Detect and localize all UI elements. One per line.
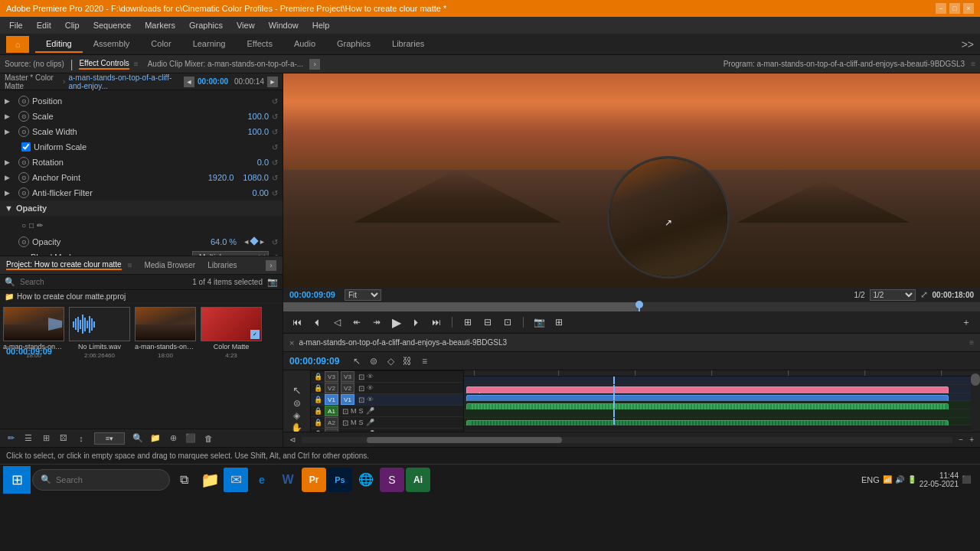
eye-v2[interactable]: 👁 bbox=[367, 384, 374, 392]
maximize-button[interactable]: □ bbox=[949, 3, 960, 14]
workspace-tab-assembly[interactable]: Assembly bbox=[83, 36, 141, 53]
minimize-button[interactable]: − bbox=[936, 3, 946, 14]
track-v1[interactable]: a-man-stands-on-top-of-s-... -enjoys-a-b… bbox=[464, 393, 980, 402]
zoom-icon[interactable]: ⤢ bbox=[920, 289, 928, 300]
workspace-tab-editing[interactable]: Editing bbox=[35, 36, 83, 53]
tl-footer-go-start[interactable]: ⊲ bbox=[289, 435, 296, 444]
position-reset[interactable]: ↺ bbox=[272, 97, 278, 106]
taskbar-word[interactable]: W bbox=[276, 468, 300, 492]
ctrl-camera[interactable]: 📷 bbox=[531, 315, 547, 330]
start-button[interactable]: ⊞ bbox=[3, 466, 31, 494]
systray-battery[interactable]: 🔋 bbox=[907, 475, 916, 484]
breadcrumb-file[interactable]: a-man-stands-on-top-of-a-cliff-and-enjoy… bbox=[68, 73, 181, 90]
tl-footer-zoom-out[interactable]: − bbox=[959, 435, 963, 444]
taskbar-search[interactable]: 🔍 bbox=[32, 469, 170, 491]
rotation-reset[interactable]: ↺ bbox=[272, 158, 278, 167]
page-dropdown[interactable]: 1/2 bbox=[870, 289, 916, 301]
project-search-icon[interactable]: 🔍 bbox=[5, 277, 15, 287]
opacity-add-keyframe[interactable] bbox=[250, 236, 258, 245]
proj-tool-folder[interactable]: 📁 bbox=[148, 431, 163, 446]
menu-file[interactable]: File bbox=[3, 19, 29, 31]
sync-a2[interactable]: ⊡ bbox=[342, 419, 348, 427]
taskbar-task-view[interactable]: ⧉ bbox=[172, 468, 196, 492]
rotation-toggle[interactable]: ▶ bbox=[5, 158, 15, 166]
fit-dropdown[interactable]: Fit 25% 50% 75% 100% bbox=[345, 289, 381, 301]
s-a1[interactable]: S bbox=[359, 407, 364, 415]
proj-tool-list[interactable]: ☰ bbox=[21, 431, 36, 446]
systray-volume[interactable]: 🔊 bbox=[895, 475, 904, 484]
menu-window[interactable]: Window bbox=[263, 19, 305, 31]
timeline-scrollbar-h[interactable] bbox=[302, 437, 952, 443]
timeline-close[interactable]: × bbox=[289, 338, 294, 347]
menu-markers[interactable]: Markers bbox=[139, 19, 181, 31]
opacity-section[interactable]: ▼ Opacity bbox=[0, 201, 283, 216]
menu-help[interactable]: Help bbox=[306, 19, 336, 31]
ctrl-go-in[interactable]: ↞ bbox=[349, 315, 364, 330]
ctrl-step-forward[interactable]: ⏵ bbox=[409, 315, 424, 330]
tl-snap-tool[interactable]: ⊜ bbox=[290, 398, 304, 409]
uniform-scale-reset[interactable]: ↺ bbox=[272, 143, 278, 152]
track-v2[interactable]: Color Matte bbox=[464, 385, 980, 393]
program-monitor-menu[interactable]: ≡ bbox=[971, 60, 975, 68]
track-v3[interactable] bbox=[464, 377, 980, 385]
media-browser-tab[interactable]: Media Browser bbox=[144, 261, 195, 269]
opacity-reset[interactable]: ↺ bbox=[272, 238, 278, 246]
anchor-point-y[interactable]: 1080.0 bbox=[243, 173, 269, 182]
opacity-value[interactable]: 64.0 % bbox=[211, 237, 237, 246]
timeline-ruler[interactable]: 00:00 00:00:04:23 00:00:09:23 00:00:14:2… bbox=[464, 370, 980, 377]
sync-a1[interactable]: ⊡ bbox=[342, 407, 348, 416]
opacity-prev-keyframe[interactable]: ◄ bbox=[243, 238, 250, 246]
scale-value[interactable]: 100.0 bbox=[247, 112, 269, 121]
effect-controls-tab[interactable]: Effect Controls bbox=[79, 59, 129, 70]
ctrl-fast-forward[interactable]: ⏭ bbox=[429, 315, 444, 330]
ctrl-mark-in[interactable]: ◁ bbox=[329, 315, 345, 330]
anchor-point-x[interactable]: 1920.0 bbox=[208, 173, 234, 182]
proj-tool-search[interactable]: 🔍 bbox=[130, 431, 145, 446]
ctrl-insert[interactable]: ⊞ bbox=[460, 315, 475, 330]
m-a2[interactable]: M bbox=[351, 419, 357, 426]
scale-width-toggle[interactable]: ▶ bbox=[5, 128, 15, 135]
workspace-tab-learning[interactable]: Learning bbox=[182, 36, 237, 53]
opacity-shape-pen[interactable]: ✏ bbox=[37, 221, 43, 230]
position-toggle[interactable]: ▶ bbox=[5, 97, 15, 105]
workspace-tab-audio[interactable]: Audio bbox=[283, 36, 326, 53]
mic-a2[interactable]: 🎤 bbox=[366, 419, 374, 426]
scale-width-value[interactable]: 100.0 bbox=[247, 127, 269, 136]
monitor-scrubber[interactable] bbox=[283, 302, 980, 311]
media-item-1[interactable]: No Limits.wav 2:06:26460 bbox=[69, 307, 130, 425]
track-a2[interactable] bbox=[464, 409, 980, 418]
menu-edit[interactable]: Edit bbox=[31, 19, 57, 31]
uniform-scale-checkbox[interactable] bbox=[21, 142, 31, 152]
sync-v3[interactable]: ⊡ bbox=[358, 373, 364, 381]
anti-flicker-toggle[interactable]: ▶ bbox=[5, 189, 15, 197]
proj-tool-delete[interactable]: 🗑 bbox=[201, 431, 216, 446]
timeline-scrollbar-v[interactable] bbox=[971, 370, 980, 432]
menu-sequence[interactable]: Sequence bbox=[87, 19, 138, 31]
project-panel-expand[interactable]: › bbox=[266, 260, 276, 271]
ctrl-play[interactable]: ▶ bbox=[389, 315, 404, 330]
taskbar-file-explorer[interactable]: 📁 bbox=[198, 468, 222, 492]
scale-width-reset[interactable]: ↺ bbox=[272, 128, 278, 136]
anchor-point-toggle[interactable]: ▶ bbox=[5, 174, 15, 181]
ctrl-rewind-start[interactable]: ⏮ bbox=[289, 315, 305, 330]
source-v1[interactable]: V1 bbox=[325, 394, 338, 405]
source-a1[interactable]: A1 bbox=[325, 406, 338, 416]
anti-flicker-value[interactable]: 0.00 bbox=[253, 188, 269, 197]
sync-v2[interactable]: ⊡ bbox=[358, 384, 364, 393]
lock-v2[interactable]: 🔒 bbox=[314, 384, 322, 392]
tl-tool-markers[interactable]: ◇ bbox=[384, 354, 397, 368]
taskbar-chrome[interactable]: 🌐 bbox=[354, 468, 378, 492]
proj-tool-freeform[interactable]: ⚄ bbox=[56, 431, 71, 446]
menu-clip[interactable]: Clip bbox=[59, 19, 86, 31]
anti-flicker-reset[interactable]: ↺ bbox=[272, 189, 278, 197]
lock-v3[interactable]: 🔒 bbox=[314, 373, 322, 380]
taskbar-edge[interactable]: e bbox=[250, 468, 274, 492]
ctrl-go-out[interactable]: ↠ bbox=[369, 315, 384, 330]
proj-tool-sort[interactable]: ↕ bbox=[74, 431, 89, 446]
proj-sort-dropdown[interactable]: ≡▾ bbox=[94, 432, 125, 445]
libraries-tab[interactable]: Libraries bbox=[207, 261, 237, 269]
tl-tool-snap[interactable]: ⊜ bbox=[367, 354, 381, 368]
project-tab[interactable]: Project: How to create clour matte bbox=[6, 260, 122, 270]
media-item-3[interactable]: ✓ Color Matte 4:23 bbox=[201, 307, 262, 425]
s-a2[interactable]: S bbox=[359, 419, 364, 426]
